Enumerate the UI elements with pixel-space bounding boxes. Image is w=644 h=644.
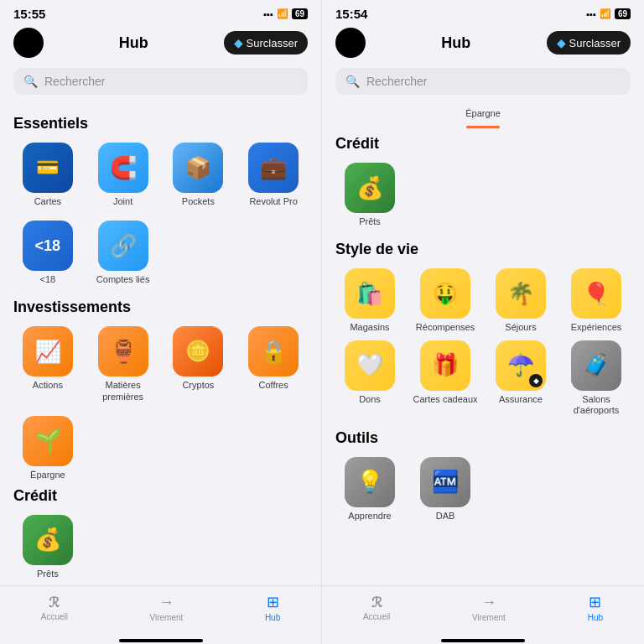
right-item-cartes-cadeaux[interactable]: 🎁 Cartes cadeaux <box>411 340 480 416</box>
right-epargne-partial: Épargne <box>335 108 631 119</box>
right-top-bar: Hub ◆ Surclasser <box>322 24 644 65</box>
left-icon-pockets: 📦 <box>173 143 223 193</box>
left-section-essentiels: Essentiels <box>13 115 308 132</box>
right-item-epargne-partial: Épargne <box>465 108 501 119</box>
left-item-comptes-lies[interactable]: 🔗 Comptes liés <box>89 221 158 285</box>
left-investissements-grid: 📈 Actions 🏺 Matières premières 🪙 Cryptos… <box>13 326 308 402</box>
left-essentiels-grid: 💳 Cartes 🧲 Joint 📦 Pockets 💼 <box>13 143 308 207</box>
right-nav-virement-label: Virement <box>472 613 506 622</box>
left-surclasser-button[interactable]: ◆ Surclasser <box>224 31 308 55</box>
left-icon-under18: <18 <box>23 221 73 271</box>
left-label-under18: <18 <box>40 274 56 285</box>
left-item-joint[interactable]: 🧲 Joint <box>89 143 158 207</box>
left-icon-cryptos: 🪙 <box>173 326 223 377</box>
left-nav-virement-icon: → <box>158 594 174 611</box>
left-search-bar[interactable]: 🔍 Rechercher <box>13 68 308 95</box>
left-nav-virement[interactable]: → Virement <box>150 594 184 622</box>
left-item-under18[interactable]: <18 <18 <box>13 221 82 285</box>
right-battery-badge: 69 <box>615 8 631 19</box>
left-status-time: 15:55 <box>13 7 45 21</box>
right-home-indicator <box>441 639 525 642</box>
left-icon-matieres: 🏺 <box>98 326 148 377</box>
diamond-icon: ◆ <box>234 36 243 49</box>
right-outils-grid: 💡 Apprendre 🏧 DAB <box>335 457 631 522</box>
right-style-vie-grid: 🛍️ Magasins 🤑 Récompenses 🌴 Séjours 🎈 <box>335 268 631 416</box>
right-surclasser-button[interactable]: ◆ Surclasser <box>547 31 631 55</box>
left-avatar[interactable] <box>13 28 44 58</box>
right-item-apprendre[interactable]: 💡 Apprendre <box>335 457 404 522</box>
left-item-matieres[interactable]: 🏺 Matières premières <box>89 326 158 402</box>
left-credit-grid: 💰 Prêts <box>13 515 308 579</box>
left-icon-prets: 💰 <box>23 515 73 565</box>
right-search-bar[interactable]: 🔍 Rechercher <box>335 68 631 95</box>
left-icon-comptes-lies: 🔗 <box>98 221 148 271</box>
left-phone-screen: 15:55 ▪▪▪ 📶 69 Hub ◆ Surclasser 🔍 Recher… <box>0 0 322 644</box>
left-item-cartes[interactable]: 💳 Cartes <box>13 143 82 207</box>
right-avatar[interactable] <box>335 28 366 58</box>
left-item-cryptos[interactable]: 🪙 Cryptos <box>164 326 233 402</box>
left-item-epargne[interactable]: 🌱 Épargne <box>13 416 82 480</box>
right-label-apprendre: Apprendre <box>348 511 391 522</box>
right-item-sejours[interactable]: 🌴 Séjours <box>486 268 555 333</box>
right-scroll-content[interactable]: Épargne Crédit 💰 Prêts Style de vie 🛍️ M… <box>322 101 644 585</box>
right-item-salons-aeroports[interactable]: 🧳 Salons d'aéroports <box>562 340 631 416</box>
left-bottom-nav: ℛ Accueil → Virement ⊞ Hub <box>0 585 321 636</box>
signal-icon: ▪▪▪ <box>263 9 273 19</box>
right-icon-sejours: 🌴 <box>496 268 546 319</box>
left-icon-epargne: 🌱 <box>23 416 73 466</box>
right-label-dab: DAB <box>436 511 455 522</box>
left-item-actions[interactable]: 📈 Actions <box>13 326 82 402</box>
left-label-comptes-lies: Comptes liés <box>96 274 150 285</box>
left-label-cryptos: Cryptos <box>182 380 214 391</box>
left-nav-accueil-icon: ℛ <box>49 595 60 610</box>
right-nav-hub-icon: ⊞ <box>589 593 601 611</box>
right-status-icons: ▪▪▪ 📶 69 <box>586 8 631 19</box>
left-epargne-grid: 🌱 Épargne <box>13 416 308 480</box>
left-nav-hub-icon: ⊞ <box>267 593 279 611</box>
left-item-revolut-pro[interactable]: 💼 Revolut Pro <box>239 143 308 207</box>
right-nav-hub[interactable]: ⊞ Hub <box>588 593 603 622</box>
left-nav-hub[interactable]: ⊞ Hub <box>265 593 280 622</box>
right-item-assurance[interactable]: ☂️ ◆ Assurance <box>486 340 555 416</box>
left-section-credit: Crédit <box>13 487 308 505</box>
right-label-dons: Dons <box>359 394 381 405</box>
right-label-magasins: Magasins <box>350 322 389 333</box>
right-label-assurance: Assurance <box>499 394 543 405</box>
right-icon-salons-aeroports: 🧳 <box>571 340 621 391</box>
left-label-pockets: Pockets <box>182 196 215 207</box>
right-nav-hub-label: Hub <box>588 613 603 622</box>
right-item-dab[interactable]: 🏧 DAB <box>411 457 480 522</box>
left-label-actions: Actions <box>33 380 63 391</box>
left-label-joint: Joint <box>113 196 132 207</box>
left-icon-coffres: 🔒 <box>248 326 299 377</box>
right-item-prets[interactable]: 💰 Prêts <box>335 163 404 227</box>
left-label-matieres: Matières premières <box>89 380 158 402</box>
left-item-coffres[interactable]: 🔒 Coffres <box>239 326 308 402</box>
right-phone-screen: 15:54 ▪▪▪ 📶 69 Hub ◆ Surclasser 🔍 Recher… <box>322 0 644 644</box>
left-item-prets[interactable]: 💰 Prêts <box>13 515 82 579</box>
right-credit-grid: 💰 Prêts <box>335 163 631 227</box>
right-icon-experiences: 🎈 <box>571 268 621 319</box>
right-item-dons[interactable]: 🤍 Dons <box>335 340 404 416</box>
right-label-recompenses: Récompenses <box>416 322 475 333</box>
right-item-experiences[interactable]: 🎈 Expériences <box>562 268 631 333</box>
left-nav-accueil-label: Accueil <box>41 612 68 621</box>
right-nav-virement[interactable]: → Virement <box>472 594 506 622</box>
left-label-coffres: Coffres <box>258 380 288 391</box>
left-icon-cartes: 💳 <box>23 143 73 193</box>
right-item-recompenses[interactable]: 🤑 Récompenses <box>411 268 480 333</box>
right-hub-title: Hub <box>441 34 470 52</box>
left-nav-accueil[interactable]: ℛ Accueil <box>41 595 68 621</box>
left-scroll-content[interactable]: Essentiels 💳 Cartes 🧲 Joint 📦 Pockets <box>0 101 321 585</box>
right-nav-accueil-label: Accueil <box>363 612 390 621</box>
right-item-magasins[interactable]: 🛍️ Magasins <box>335 268 404 333</box>
left-icon-joint: 🧲 <box>98 143 148 193</box>
left-label-revolut-pro: Revolut Pro <box>249 196 297 207</box>
right-label-salons-aeroports: Salons d'aéroports <box>562 394 631 416</box>
right-status-time: 15:54 <box>335 7 367 21</box>
right-nav-virement-icon: → <box>481 594 496 611</box>
left-section-investissements: Investissements <box>13 299 308 316</box>
right-section-style-vie: Style de vie <box>335 241 631 258</box>
right-nav-accueil[interactable]: ℛ Accueil <box>363 595 390 621</box>
left-item-pockets[interactable]: 📦 Pockets <box>164 143 233 207</box>
